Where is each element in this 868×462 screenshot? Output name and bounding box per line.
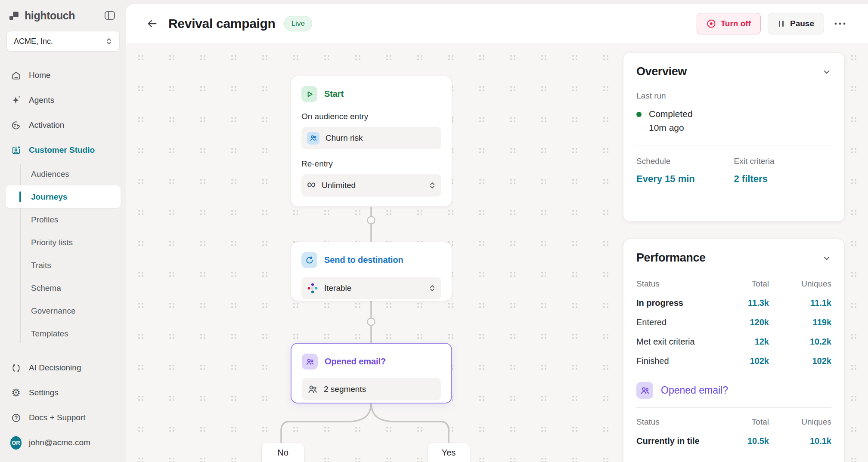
row-uniques: 10.1k: [769, 436, 831, 446]
row-total: 102k: [717, 356, 769, 366]
journey-canvas[interactable]: Start On audience entry Churn risk Re-en…: [126, 43, 868, 462]
sidebar-item-label: AI Decisioning: [29, 363, 81, 373]
overview-card-header[interactable]: Overview: [636, 65, 831, 78]
status-dot-icon: [636, 112, 642, 117]
back-button[interactable]: [143, 15, 161, 32]
sidebar-item-ai-decisioning[interactable]: AI Decisioning: [6, 355, 121, 380]
workspace-selector[interactable]: ACME, Inc.: [6, 31, 120, 52]
user-avatar: OR: [10, 436, 22, 450]
sidebar-item-docs-support[interactable]: Docs + Support: [6, 405, 121, 430]
logo-text: hightouch: [25, 9, 75, 22]
users-icon: [307, 384, 318, 394]
play-icon: [301, 86, 317, 102]
trigger-label: On audience entry: [301, 112, 441, 121]
row-total: 120k: [717, 317, 769, 327]
last-run-state: Completed: [649, 109, 693, 119]
sparkle-icon: [10, 95, 22, 105]
hightouch-pixel-logo-icon: [9, 10, 20, 21]
sidebar-item-activation[interactable]: Activation: [6, 113, 121, 138]
destination-select[interactable]: Iterable: [301, 277, 441, 299]
tile-table: Status Total Uniques Currently in tile 1…: [636, 412, 831, 451]
users-icon: [302, 354, 318, 370]
node-title: Opened email?: [325, 357, 386, 367]
sidebar-item-agents[interactable]: Agents: [6, 88, 121, 113]
more-options-button[interactable]: [831, 18, 849, 29]
divider: [636, 407, 831, 408]
header-actions: Turn off Pause: [697, 13, 849, 34]
sidebar-item-label: Activation: [29, 120, 64, 130]
audience-name: Churn risk: [326, 133, 363, 143]
activation-icon: [10, 120, 22, 130]
chevron-up-down-icon: [429, 181, 436, 190]
sidebar-item-label: Settings: [29, 388, 59, 397]
ellipsis-icon: [834, 22, 846, 26]
row-status: Currently in tile: [636, 436, 717, 446]
exit-criteria-label: Exit criteria: [734, 157, 832, 166]
segments-chip[interactable]: 2 segments: [302, 378, 441, 400]
sidebar-item-priority-lists[interactable]: Priority lists: [6, 231, 121, 254]
sidebar-item-profiles[interactable]: Profiles: [6, 208, 121, 231]
sub-item-label: Templates: [31, 329, 68, 339]
sidebar-nav: Home Agents Activation Customer Studio: [6, 63, 121, 163]
sidebar-item-journeys[interactable]: Journeys: [6, 185, 121, 208]
branch-no-node[interactable]: No: [261, 443, 304, 462]
chevron-up-down-icon: [105, 37, 112, 46]
sidebar-item-label: Agents: [29, 95, 54, 105]
reentry-select[interactable]: ∞ Unlimited: [301, 174, 441, 197]
node-opened-email[interactable]: Opened email? 2 segments: [291, 343, 452, 403]
column-total: Total: [717, 417, 769, 427]
chevron-up-down-icon: [429, 284, 436, 293]
sidebar-collapse-icon[interactable]: [102, 9, 117, 22]
sidebar: hightouch ACME, Inc. Home: [0, 0, 126, 462]
hightouch-logo[interactable]: hightouch: [9, 9, 75, 22]
chevron-down-icon[interactable]: [822, 253, 831, 263]
customer-studio-icon: [10, 145, 22, 155]
node-destination-header: Send to destination: [301, 252, 441, 268]
row-uniques: 11.1k: [769, 298, 831, 308]
node-start[interactable]: Start On audience entry Churn risk Re-en…: [291, 76, 452, 207]
node-start-header: Start: [301, 86, 441, 102]
row-uniques: 10.2k: [769, 337, 831, 347]
home-icon: [10, 71, 22, 80]
row-uniques: 119k: [769, 317, 831, 327]
pause-button[interactable]: Pause: [768, 13, 824, 34]
sub-item-label: Priority lists: [31, 238, 73, 247]
row-total: 10.5k: [717, 436, 769, 446]
sidebar-item-schema[interactable]: Schema: [6, 277, 121, 299]
sidebar-footer: AI Decisioning ⚙ Settings Docs + Support…: [6, 355, 121, 455]
branch-yes-node[interactable]: Yes: [427, 443, 470, 462]
avatar-initials: OR: [10, 436, 22, 450]
sidebar-item-audiences[interactable]: Audiences: [6, 163, 121, 185]
sidebar-item-settings[interactable]: ⚙ Settings: [6, 380, 121, 405]
sidebar-item-user[interactable]: OR john@acme.com: [6, 430, 121, 455]
table-row: Entered 120k 119k: [636, 313, 831, 332]
sidebar-item-templates[interactable]: Templates: [6, 322, 121, 345]
schedule-value-link[interactable]: Every 15 min: [636, 173, 734, 185]
segments-value: 2 segments: [324, 385, 366, 394]
table-row: Currently in tile 10.5k 10.1k: [636, 431, 831, 451]
table-row: Finished 102k 102k: [636, 351, 831, 371]
performance-title: Performance: [636, 251, 706, 265]
overview-card: Overview Last run Completed 10m ago Sche…: [623, 52, 845, 222]
page-title: Revival campaign: [168, 16, 276, 31]
node-send-to-destination[interactable]: Send to destination Iterable: [291, 242, 452, 301]
main-content: Revival campaign Live Turn off Pause: [126, 4, 868, 462]
turn-off-button[interactable]: Turn off: [697, 13, 761, 34]
sub-item-label: Audiences: [31, 169, 69, 179]
row-uniques: 102k: [769, 356, 831, 366]
column-status: Status: [636, 279, 717, 289]
tile-title-link[interactable]: Opened email?: [661, 385, 728, 396]
row-total: 11.3k: [717, 298, 769, 308]
row-status: Finished: [636, 356, 717, 366]
sub-item-label: Schema: [31, 283, 61, 293]
performance-card-header[interactable]: Performance: [636, 251, 831, 265]
last-run-time: 10m ago: [649, 123, 693, 133]
chevron-down-icon[interactable]: [822, 67, 831, 77]
row-status: Met exit criteria: [636, 337, 717, 347]
sidebar-item-customer-studio[interactable]: Customer Studio: [6, 138, 121, 163]
exit-criteria-value-link[interactable]: 2 filters: [734, 173, 832, 185]
sidebar-item-governance[interactable]: Governance: [6, 299, 121, 322]
sidebar-item-home[interactable]: Home: [6, 63, 121, 88]
sidebar-item-traits[interactable]: Traits: [6, 254, 121, 277]
audience-chip[interactable]: Churn risk: [301, 127, 441, 149]
